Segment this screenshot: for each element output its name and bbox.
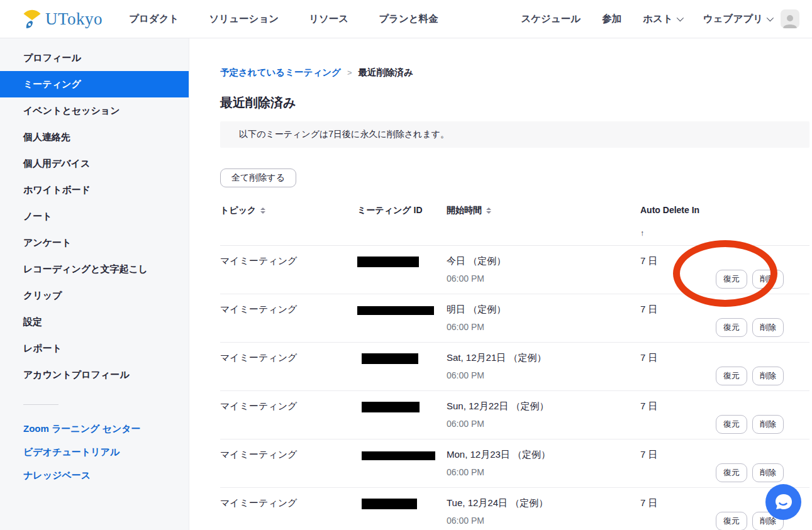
delete-button[interactable]: 削除 bbox=[752, 318, 784, 337]
column-header-meeting-id-label: ミーティング ID bbox=[357, 205, 423, 216]
nav-solutions[interactable]: ソリューション bbox=[209, 13, 279, 26]
auto-delete-in: 7 日 bbox=[640, 352, 716, 390]
table-row: マイミーティング 明日 （定例） 06:00 PM 7 日 復元 削除 bbox=[220, 294, 809, 343]
auto-delete-in: 7 日 bbox=[640, 400, 716, 439]
meeting-id-cell bbox=[357, 497, 447, 530]
logo-text: UTokyo bbox=[45, 9, 103, 29]
sidebar-item-notes[interactable]: ノート bbox=[0, 203, 189, 229]
meeting-id-cell bbox=[357, 400, 447, 439]
chevron-down-icon bbox=[677, 14, 684, 21]
start-time-cell: Mon, 12月23日 （定例） 06:00 PM bbox=[447, 449, 640, 487]
sidebar-link-learning-center[interactable]: Zoom ラーニング センター bbox=[0, 417, 189, 441]
start-date: 今日 （定例） bbox=[447, 255, 640, 267]
nav-host-menu[interactable]: ホスト bbox=[643, 13, 682, 26]
nav-webapp-menu[interactable]: ウェブアプリ bbox=[703, 13, 772, 26]
secondary-nav: スケジュール 参加 ホスト ウェブアプリ bbox=[521, 13, 772, 26]
sidebar-item-settings[interactable]: 設定 bbox=[0, 309, 189, 335]
top-header: UTokyo プロダクト ソリューション リソース プランと料金 スケジュール … bbox=[0, 0, 812, 38]
table-header-row: トピック ミーティング ID 開始時間 Auto Delete In ↑ bbox=[220, 205, 809, 246]
sidebar-item-clips[interactable]: クリップ bbox=[0, 282, 189, 309]
auto-delete-in: 7 日 bbox=[640, 304, 716, 342]
retention-notice: 以下のミーティングは7日後に永久に削除されます。 bbox=[220, 121, 809, 148]
start-date: Tue, 12月24日 （定例） bbox=[447, 497, 640, 509]
breadcrumb-upcoming-meetings-link[interactable]: 予定されているミーティング bbox=[220, 67, 341, 79]
delete-button[interactable]: 削除 bbox=[752, 415, 784, 434]
sidebar-item-events-sessions[interactable]: イベントとセッション bbox=[0, 97, 189, 124]
delete-button[interactable]: 削除 bbox=[752, 463, 784, 482]
sidebar-link-knowledge-base[interactable]: ナレッジベース bbox=[0, 464, 189, 487]
table-row: マイミーティング 今日 （定例） 06:00 PM 7 日 復元 削除 bbox=[220, 246, 809, 294]
sidebar: プロフィール ミーティング イベントとセッション 個人連絡先 個人用デバイス ホ… bbox=[0, 38, 189, 530]
column-header-auto-delete-in[interactable]: Auto Delete In ↑ bbox=[640, 205, 716, 238]
nav-plans-pricing[interactable]: プランと料金 bbox=[379, 13, 438, 26]
nav-join[interactable]: 参加 bbox=[602, 13, 621, 26]
restore-button[interactable]: 復元 bbox=[716, 318, 747, 337]
restore-button[interactable]: 復元 bbox=[716, 415, 747, 434]
chat-bubble-icon bbox=[774, 493, 793, 512]
restore-button[interactable]: 復元 bbox=[716, 270, 747, 289]
row-actions: 復元 削除 bbox=[716, 255, 809, 294]
column-header-start-time[interactable]: 開始時間 bbox=[447, 205, 640, 238]
start-time: 06:00 PM bbox=[447, 419, 640, 429]
chevron-down-icon bbox=[767, 14, 774, 21]
start-time: 06:00 PM bbox=[447, 467, 640, 477]
redacted-meeting-id bbox=[362, 499, 417, 509]
start-time-cell: Sat, 12月21日 （定例） 06:00 PM bbox=[447, 352, 640, 390]
sidebar-item-meetings[interactable]: ミーティング bbox=[0, 71, 189, 97]
row-actions: 復元 削除 bbox=[716, 352, 809, 390]
meeting-topic: マイミーティング bbox=[220, 497, 357, 530]
sort-ascending-icon[interactable]: ↑ bbox=[640, 229, 644, 238]
sidebar-item-account-profile[interactable]: アカウントプロフィール bbox=[0, 362, 189, 388]
restore-button[interactable]: 復元 bbox=[716, 512, 747, 530]
nav-webapp-label: ウェブアプリ bbox=[703, 13, 763, 26]
sidebar-item-recordings-transcripts[interactable]: レコーディングと文字起こし bbox=[0, 256, 189, 282]
nav-host-label: ホスト bbox=[643, 13, 673, 26]
sidebar-item-personal-contacts[interactable]: 個人連絡先 bbox=[0, 124, 189, 150]
sidebar-item-whiteboard[interactable]: ホワイトボード bbox=[0, 177, 189, 203]
primary-nav: プロダクト ソリューション リソース プランと料金 bbox=[129, 13, 438, 26]
sidebar-item-profile[interactable]: プロフィール bbox=[0, 45, 189, 71]
sort-icon[interactable] bbox=[260, 207, 265, 214]
start-time-cell: Tue, 12月24日 （定例） 06:00 PM bbox=[447, 497, 640, 530]
user-avatar[interactable] bbox=[781, 9, 799, 28]
column-header-topic-label: トピック bbox=[220, 205, 256, 216]
row-actions: 復元 削除 bbox=[716, 400, 809, 439]
table-row: マイミーティング Tue, 12月24日 （定例） 06:00 PM 7 日 復… bbox=[220, 488, 809, 530]
start-date: 明日 （定例） bbox=[447, 304, 640, 316]
restore-button[interactable]: 復元 bbox=[716, 463, 747, 482]
start-time: 06:00 PM bbox=[447, 370, 640, 380]
delete-button[interactable]: 削除 bbox=[752, 367, 784, 385]
nav-resources[interactable]: リソース bbox=[309, 13, 348, 26]
delete-button[interactable]: 削除 bbox=[752, 270, 784, 289]
meeting-topic: マイミーティング bbox=[220, 449, 357, 487]
breadcrumb-current: 最近削除済み bbox=[359, 67, 413, 79]
sidebar-link-video-tutorials[interactable]: ビデオチュートリアル bbox=[0, 441, 189, 464]
table-row: マイミーティング Mon, 12月23日 （定例） 06:00 PM 7 日 復… bbox=[220, 439, 809, 488]
sidebar-item-surveys[interactable]: アンケート bbox=[0, 229, 189, 256]
start-time: 06:00 PM bbox=[447, 273, 640, 284]
delete-all-button[interactable]: 全て削除する bbox=[220, 168, 296, 187]
ginkgo-leaf-icon bbox=[21, 8, 43, 30]
start-time-cell: 今日 （定例） 06:00 PM bbox=[447, 255, 640, 294]
start-time-cell: 明日 （定例） 06:00 PM bbox=[447, 304, 640, 342]
meeting-topic: マイミーティング bbox=[220, 255, 357, 294]
nav-products[interactable]: プロダクト bbox=[129, 13, 179, 26]
chat-support-button[interactable] bbox=[765, 484, 801, 520]
restore-button[interactable]: 復元 bbox=[716, 367, 747, 385]
meeting-topic: マイミーティング bbox=[220, 304, 357, 342]
start-date: Sun, 12月22日 （定例） bbox=[447, 400, 640, 412]
start-time: 06:00 PM bbox=[447, 516, 640, 526]
redacted-meeting-id bbox=[362, 402, 420, 412]
row-actions: 復元 削除 bbox=[716, 449, 809, 487]
breadcrumb: 予定されているミーティング > 最近削除済み bbox=[220, 67, 809, 79]
redacted-meeting-id bbox=[362, 451, 435, 460]
sidebar-item-personal-devices[interactable]: 個人用デバイス bbox=[0, 150, 189, 177]
sort-icon[interactable] bbox=[486, 207, 491, 214]
nav-schedule[interactable]: スケジュール bbox=[521, 13, 581, 26]
sidebar-item-reports[interactable]: レポート bbox=[0, 335, 189, 362]
page-title: 最近削除済み bbox=[220, 94, 809, 111]
column-header-topic[interactable]: トピック bbox=[220, 205, 357, 238]
table-row: マイミーティング Sat, 12月21日 （定例） 06:00 PM 7 日 復… bbox=[220, 343, 809, 391]
breadcrumb-separator: > bbox=[347, 68, 352, 77]
utokyo-logo[interactable]: UTokyo bbox=[21, 8, 103, 30]
